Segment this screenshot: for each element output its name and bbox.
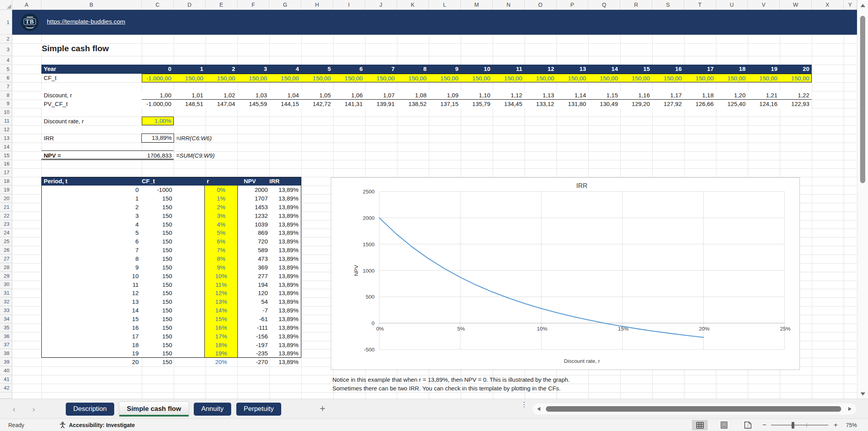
r-cell[interactable]: 16% [204, 323, 238, 332]
irr-cell[interactable]: 13,89% [272, 272, 299, 281]
cf-value-cell[interactable]: 150,00 [269, 74, 299, 83]
discount-value-cell[interactable]: 1,22 [780, 91, 809, 100]
year-cell[interactable]: 5 [301, 65, 331, 74]
r-cell[interactable]: 4% [204, 220, 238, 229]
row-header-21[interactable]: 21 [0, 203, 12, 212]
npv-cell[interactable]: 589 [238, 246, 268, 255]
cf-value-cell[interactable]: 150,00 [780, 74, 809, 83]
cf-value-cell[interactable]: 150,00 [333, 74, 363, 83]
year-cell[interactable]: 3 [237, 65, 267, 74]
vertical-scrollbar-thumb[interactable] [860, 16, 865, 183]
irr-label[interactable]: IRR [44, 134, 54, 143]
cf-value-cell[interactable]: 150,00 [652, 74, 682, 83]
scrollbar-options-icon[interactable]: ⋮ [521, 402, 526, 407]
zoom-out-button[interactable]: − [762, 419, 766, 431]
column-header-v[interactable]: V [748, 0, 780, 10]
tab-perpetuity[interactable]: Perpetuity [236, 403, 282, 416]
column-header-q[interactable]: Q [588, 0, 620, 10]
discount-value-cell[interactable]: 1,04 [269, 91, 299, 100]
r-cell[interactable]: 17% [204, 332, 238, 341]
pv-value-cell[interactable]: 134,45 [493, 100, 522, 108]
cf-value-cell[interactable]: -1.000,00 [142, 74, 171, 83]
row-header-40[interactable]: 40 [0, 366, 12, 375]
npv-cell[interactable]: -111 [238, 323, 268, 332]
year-cell[interactable]: 13 [556, 65, 586, 74]
row-header-29[interactable]: 29 [0, 272, 12, 281]
r-cell[interactable]: 7% [204, 246, 238, 255]
cf-cell[interactable]: 150 [142, 255, 172, 263]
column-header-n[interactable]: N [493, 0, 525, 10]
npv-cell[interactable]: 194 [238, 281, 268, 289]
cf-cell[interactable]: 150 [142, 358, 172, 366]
cf-cell[interactable]: 150 [142, 315, 172, 323]
cf-value-cell[interactable]: 150,00 [174, 74, 203, 83]
cf-cell[interactable]: 150 [142, 297, 172, 306]
row-header-16[interactable]: 16 [0, 160, 12, 169]
column-header-p[interactable]: P [556, 0, 588, 10]
period-cell[interactable]: 4 [110, 220, 139, 229]
row-header-27[interactable]: 27 [0, 255, 12, 263]
column-header-i[interactable]: I [333, 0, 365, 10]
irr-chart[interactable]: 25002000150010005000-5000%5%10%15%20%25%… [331, 177, 800, 370]
zoom-in-button[interactable]: + [834, 419, 838, 431]
row-header-38[interactable]: 38 [0, 349, 12, 358]
r-cell[interactable]: 11% [204, 281, 238, 289]
year-cell[interactable]: 19 [748, 65, 777, 74]
year-cell[interactable]: 17 [684, 65, 714, 74]
cf-value-cell[interactable]: 150,00 [429, 74, 458, 83]
row-header-1[interactable]: 1 [0, 10, 12, 35]
year-cell[interactable]: 20 [780, 65, 809, 74]
discount-value-cell[interactable]: 1,14 [556, 91, 586, 100]
period-cell[interactable]: 17 [110, 332, 139, 341]
column-header-k[interactable]: K [397, 0, 429, 10]
r-cell[interactable]: 5% [204, 229, 238, 237]
discount-row-label[interactable]: Discount, r [44, 91, 72, 100]
scroll-down-arrow-icon[interactable] [861, 392, 865, 396]
irr-cell[interactable]: 13,89% [272, 203, 299, 212]
period-cell[interactable]: 5 [110, 229, 139, 237]
row-header-14[interactable]: 14 [0, 143, 12, 151]
cf-value-cell[interactable]: 150,00 [684, 74, 714, 83]
row-header-9[interactable]: 9 [0, 100, 12, 108]
irr-cell[interactable]: 13,89% [272, 349, 299, 358]
cf-cell[interactable]: 150 [142, 281, 172, 289]
row-header-7[interactable]: 7 [0, 82, 12, 91]
npv-cell[interactable]: 54 [238, 297, 268, 306]
year-cell[interactable]: 18 [716, 65, 746, 74]
period-cell[interactable]: 1 [110, 194, 139, 203]
horizontal-scrollbar[interactable] [532, 403, 856, 414]
horizontal-scrollbar-thumb[interactable] [546, 406, 841, 412]
pv-value-cell[interactable]: 135,79 [461, 100, 490, 108]
discount-value-cell[interactable]: 1,06 [333, 91, 363, 100]
cf-value-cell[interactable]: 150,00 [493, 74, 522, 83]
irr-cell[interactable]: 13,89% [272, 255, 299, 263]
period-cell[interactable]: 18 [110, 341, 139, 349]
row-header-23[interactable]: 23 [0, 220, 12, 229]
pv-value-cell[interactable]: 137,15 [429, 100, 458, 108]
year-cell[interactable]: 15 [620, 65, 650, 74]
cf-cell[interactable]: 150 [142, 237, 172, 246]
discount-value-cell[interactable]: 1,20 [716, 91, 746, 100]
row-header-34[interactable]: 34 [0, 315, 12, 323]
irr-cell[interactable]: 13,89% [272, 306, 299, 315]
column-header-c[interactable]: C [142, 0, 174, 10]
tab-description[interactable]: Description [66, 403, 114, 416]
pv-value-cell[interactable]: 125,40 [716, 100, 746, 108]
irr-cell[interactable]: 13,89% [272, 281, 299, 289]
cf-value-cell[interactable]: 150,00 [748, 74, 777, 83]
npv-cell[interactable]: 1707 [238, 194, 268, 203]
period-cell[interactable]: 19 [110, 349, 139, 358]
row-header-13[interactable]: 13 [0, 134, 12, 143]
irr-cell[interactable]: 13,89% [272, 212, 299, 220]
irr-cell[interactable]: 13,89% [272, 289, 299, 297]
row-header-12[interactable]: 12 [0, 125, 12, 134]
irr-cell[interactable]: 13,89% [272, 297, 299, 306]
r-cell[interactable]: 18% [204, 341, 238, 349]
year-cell[interactable]: 4 [269, 65, 299, 74]
year-cell[interactable]: 8 [397, 65, 427, 74]
cf-cell[interactable]: 150 [142, 341, 172, 349]
r-cell[interactable]: 1% [204, 194, 238, 203]
cf-value-cell[interactable]: 150,00 [206, 74, 235, 83]
npv-cell[interactable]: 369 [238, 263, 268, 272]
irr-cell[interactable]: 13,89% [272, 358, 299, 366]
